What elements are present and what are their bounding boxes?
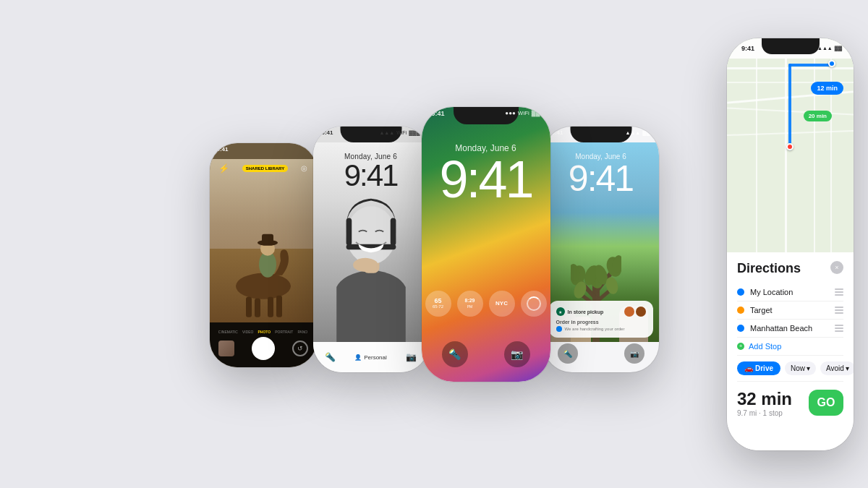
widget-temp: 65 65·72: [425, 291, 451, 317]
svg-rect-2: [255, 299, 260, 317]
phone2-bw-lockscreen: 9:41 ▲▲▲WiFi▓▓▓ Monday, June 6 9:41 🔦 👤 …: [313, 127, 429, 372]
add-stop-label: Add Stop: [749, 342, 781, 351]
p3-bottom-controls: 🔦 📷: [422, 341, 550, 367]
p3-time: 9:41: [422, 153, 550, 205]
p5-status-time: 9:41: [741, 45, 754, 52]
drive-button[interactable]: 🚗 Drive: [737, 361, 780, 375]
p2-time-area: Monday, June 6 9:41: [313, 153, 429, 191]
flashlight-icon[interactable]: 🔦: [325, 352, 336, 362]
starbucks-icon: ★: [556, 307, 565, 316]
transport-row: 🚗 Drive Now ▾ Avoid ▾: [737, 356, 843, 382]
svg-point-0: [236, 273, 291, 299]
p2-time: 9:41: [313, 160, 429, 191]
svg-rect-11: [346, 218, 352, 245]
camera-modes: CINEMATIC VIDEO PHOTO PORTRAIT PANO: [218, 330, 307, 334]
location-dot-blue: [737, 288, 744, 296]
stop-my-location: My Location: [737, 283, 843, 301]
reorder-handle[interactable]: [833, 288, 843, 296]
svg-rect-8: [262, 234, 273, 244]
profile-label: 👤 Personal: [354, 354, 387, 361]
directions-panel: × Directions My Location Target: [727, 252, 854, 450]
location-dot-blue2: [737, 325, 744, 332]
reorder-handle3[interactable]: [833, 325, 843, 332]
reorder-handle2[interactable]: [833, 307, 843, 314]
directions-title: Directions: [737, 261, 843, 276]
stop1-label[interactable]: My Location: [750, 288, 827, 296]
phones-container: ⚡ SHARED LIBRARY ◎ 9:41 CINEMATIC VIDEO …: [0, 0, 868, 488]
widget-time2: 8:29 PM: [457, 291, 483, 317]
p4-status-time: 9:41: [552, 129, 563, 136]
svg-rect-12: [390, 218, 396, 245]
phone5-maps: 9:41 ▲▲▲▓▓ 12 min 20 min × Directions: [727, 38, 854, 450]
p5-notch: [762, 38, 820, 54]
p3-time-area: Monday, June 6 9:41: [422, 143, 550, 205]
camera-icon[interactable]: 📷: [406, 352, 417, 362]
add-stop-icon: +: [737, 343, 744, 350]
p4-flashlight-icon[interactable]: 🔦: [558, 343, 578, 364]
widget-circle: [521, 291, 547, 317]
p4-time: 9:41: [543, 160, 659, 197]
widget-nyc: NYC: [489, 291, 515, 317]
map-area: 9:41 ▲▲▲▓▓ 12 min 20 min: [727, 38, 854, 265]
stop-manhattan-beach: Manhattan Beach: [737, 320, 843, 338]
location-dot-orange: [737, 307, 744, 314]
p4-bottom-controls: 🔦 📷: [543, 343, 659, 364]
avoid-button[interactable]: Avoid ▾: [820, 361, 854, 375]
p4-camera-icon[interactable]: 📷: [624, 343, 644, 364]
svg-point-10: [346, 206, 396, 264]
p3-widgets: 65 65·72 8:29 PM NYC: [422, 291, 550, 317]
car-icon: 🚗: [744, 364, 753, 372]
svg-rect-1: [246, 297, 252, 317]
p4-time-area: Monday, June 6 9:41: [543, 153, 659, 197]
svg-point-14: [353, 257, 378, 271]
p1-top-bar: ⚡ SHARED LIBRARY ◎: [210, 160, 317, 176]
p3-flashlight-icon[interactable]: 🔦: [442, 341, 468, 367]
p3-camera-icon[interactable]: 📷: [504, 341, 530, 367]
travel-distance: 9.7 mi · 1 stop: [737, 409, 792, 417]
travel-time: 32 min: [737, 389, 792, 409]
shared-library-badge: SHARED LIBRARY: [242, 165, 288, 172]
stop3-label[interactable]: Manhattan Beach: [750, 324, 827, 333]
now-button[interactable]: Now ▾: [785, 361, 816, 375]
p1-camera-controls: CINEMATIC VIDEO PHOTO PORTRAIT PANO ↺: [210, 322, 317, 367]
p2-status-time: 9:41: [322, 129, 333, 136]
stop2-label[interactable]: Target: [750, 306, 827, 314]
phone1-camera: ⚡ SHARED LIBRARY ◎ 9:41 CINEMATIC VIDEO …: [210, 143, 317, 367]
p4-starbucks-notification: ★ In store pickup Order in progress We a…: [549, 301, 653, 338]
p3-status-time: 9:41: [432, 110, 445, 117]
svg-rect-4: [276, 296, 282, 317]
add-stop-row[interactable]: + Add Stop: [737, 338, 843, 356]
phone3-colorful-lockscreen: 9:41 ●●●WiFi▓▓ Monday, June 6 9:41 65 65…: [422, 107, 550, 382]
shutter-button[interactable]: [252, 337, 275, 360]
svg-rect-3: [268, 297, 273, 317]
p2-bottom-bar: 🔦 👤 Personal 📷: [313, 342, 429, 372]
horse-scene: [210, 159, 317, 322]
result-row: 32 min 9.7 mi · 1 stop GO: [737, 382, 843, 420]
phone4-joshua-lockscreen: 9:41 ▲▲▲▓▓ Monday, June 6 9:41 ★ In stor…: [543, 127, 659, 372]
eta-bubble-2: 20 min: [804, 111, 832, 121]
stop-target: Target: [737, 301, 843, 320]
go-button[interactable]: GO: [809, 390, 843, 416]
eta-bubble-1: 12 min: [811, 82, 843, 95]
p1-status-time: 9:41: [217, 146, 229, 153]
